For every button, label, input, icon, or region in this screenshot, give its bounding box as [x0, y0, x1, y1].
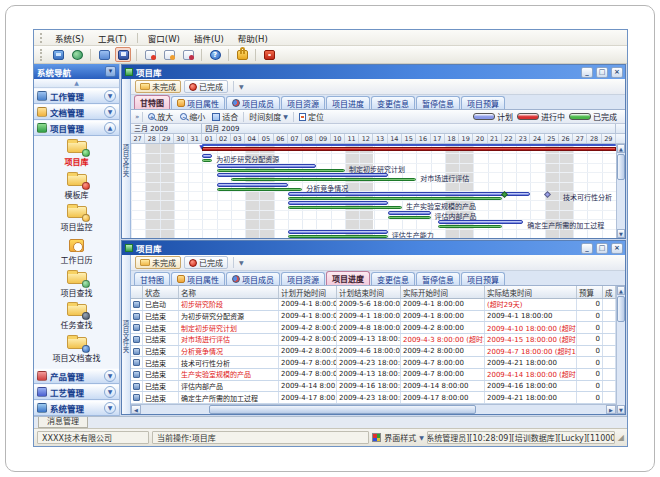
expand-arrow-icon[interactable]: ▼: [104, 386, 116, 398]
plan-bar[interactable]: [438, 220, 524, 224]
exit-button[interactable]: [261, 47, 277, 62]
sidebar-scroll-up[interactable]: ▲: [34, 79, 119, 88]
help-button[interactable]: ?: [207, 47, 223, 62]
gantt-tab-5[interactable]: 变更信息: [371, 96, 415, 109]
scroll-down-icon[interactable]: ▼: [617, 229, 625, 238]
message-manager-tab[interactable]: 消息管理: [38, 417, 88, 428]
network-button[interactable]: [69, 47, 85, 62]
table-row[interactable]: 已结束技术可行性分析2009-4-7 8:00:002009-4-23 18:0…: [131, 357, 616, 369]
plan-bar[interactable]: [202, 154, 212, 158]
collapse-arrow-icon[interactable]: ▲: [104, 122, 116, 134]
menu-item-0[interactable]: 系统(S): [48, 31, 91, 45]
table-tab-0[interactable]: 甘特图: [134, 272, 170, 285]
plan-bar[interactable]: [288, 230, 388, 234]
done-bar[interactable]: [288, 235, 388, 238]
toolbar-overflow-icon[interactable]: »: [135, 113, 139, 121]
scrollbar-thumb[interactable]: [617, 154, 625, 180]
restore-button[interactable]: □: [596, 67, 608, 78]
menu-item-3[interactable]: 插件(U): [187, 31, 231, 45]
plan-bar[interactable]: [288, 201, 388, 205]
table-row[interactable]: 已结束评估内部产品2009-4-14 8:00:002009-4-16 18:0…: [131, 381, 616, 393]
scroll-down-icon[interactable]: ▼: [617, 405, 625, 414]
table-tab-5[interactable]: 变更信息: [371, 272, 415, 285]
column-header-6[interactable]: 实际结束时间: [485, 286, 577, 298]
table-tab-2[interactable]: 项目成员: [226, 272, 280, 285]
gantt-tab-6[interactable]: 暂停信息: [416, 96, 460, 109]
sidebar-item-1[interactable]: 模板库: [34, 174, 119, 200]
folder-side-tab[interactable]: 项目文件夹: [122, 255, 131, 414]
overflow-chevron-icon[interactable]: ▼: [239, 83, 244, 90]
plan-bar[interactable]: [217, 183, 288, 187]
save-button[interactable]: [115, 47, 131, 62]
close-button[interactable]: ×: [611, 243, 623, 254]
sidebar-item-6[interactable]: 项目文档查找: [34, 337, 119, 363]
summary-plan-bar[interactable]: [202, 144, 616, 146]
plan-bar[interactable]: [388, 211, 431, 215]
menu-item-2[interactable]: 窗口(W): [141, 31, 187, 45]
table-row[interactable]: 已结束分析竞争情况2009-4-2 8:00:002009-4-6 18:00:…: [131, 346, 616, 358]
open-folder-button[interactable]: [96, 47, 112, 62]
gantt-filter-finished[interactable]: 已完成: [184, 80, 228, 93]
table-filter-unfinished[interactable]: 未完成: [135, 256, 181, 269]
doc-edit-button[interactable]: [161, 47, 177, 62]
minimize-button[interactable]: _: [581, 67, 593, 78]
sidebar-group-project[interactable]: 项目管理 ▲: [34, 120, 119, 136]
scrollbar-thumb[interactable]: [209, 405, 476, 414]
expand-arrow-icon[interactable]: ▼: [104, 370, 116, 382]
ui-style-dropdown[interactable]: 界面样式 ▼: [372, 432, 424, 443]
table-row[interactable]: 已启动初步研究阶段2009-4-1 8:00:002009-5-6 18:00:…: [131, 299, 616, 311]
sidebar-group-system[interactable]: 系统管理▼: [34, 400, 119, 416]
zoom-out-button[interactable]: -缩小: [178, 111, 207, 122]
table-row[interactable]: 已结束对市场进行评估2009-4-2 8:00:002009-4-13 18:0…: [131, 334, 616, 346]
table-horizontal-scrollbar[interactable]: ◀ ▶: [131, 404, 616, 414]
summary-progress-bar[interactable]: [202, 147, 616, 151]
close-button[interactable]: ×: [611, 67, 623, 78]
table-vertical-scrollbar[interactable]: ▲ ▼: [616, 286, 625, 414]
system-button[interactable]: [50, 47, 66, 62]
sidebar-item-0[interactable]: 项目库: [34, 141, 119, 167]
gantt-window-titlebar[interactable]: 项目库 _ □ ×: [122, 65, 625, 79]
column-header-4[interactable]: 计划结束时间: [337, 286, 401, 298]
gantt-tab-4[interactable]: 项目进度: [326, 96, 370, 109]
sidebar-item-4[interactable]: 项目查找: [34, 272, 119, 298]
column-header-5[interactable]: 实际开始时间: [401, 286, 485, 298]
locate-button[interactable]: 定位: [297, 111, 326, 122]
table-filter-finished[interactable]: 已完成: [184, 256, 228, 269]
scrollbar-thumb[interactable]: [617, 296, 625, 322]
plan-bar[interactable]: [217, 173, 388, 177]
column-header-7[interactable]: 预算: [577, 286, 603, 298]
gantt-tab-2[interactable]: 项目成员: [226, 96, 280, 109]
menu-item-4[interactable]: 帮助(H): [231, 31, 275, 45]
sidebar-menu-button[interactable]: ▾: [105, 66, 116, 77]
column-header-1[interactable]: 状态: [143, 286, 179, 298]
table-tab-3[interactable]: 项目资源: [281, 272, 325, 285]
column-header-2[interactable]: 名称: [179, 286, 279, 298]
scroll-up-icon[interactable]: ▲: [617, 144, 625, 153]
table-row[interactable]: 已结束确定生产所需的加工过程2009-4-17 8:00:002009-4-23…: [131, 392, 616, 404]
sidebar-group-product[interactable]: 产品管理▼: [34, 368, 119, 384]
overflow-chevron-icon[interactable]: ▼: [239, 259, 244, 266]
sidebar-group-process[interactable]: 工艺管理▼: [34, 384, 119, 400]
column-header-8[interactable]: 成: [603, 286, 616, 298]
table-tab-4[interactable]: 项目进度: [326, 271, 370, 285]
gantt-tab-3[interactable]: 项目资源: [281, 96, 325, 109]
gantt-vertical-scrollbar[interactable]: ▲ ▼: [616, 144, 625, 238]
gantt-tab-0[interactable]: 甘特图: [134, 95, 170, 109]
table-window-titlebar[interactable]: 项目库 _ □ ×: [122, 241, 625, 255]
column-header-3[interactable]: 计划开始时间: [279, 286, 337, 298]
resize-grip[interactable]: ◢: [618, 433, 624, 442]
expand-arrow-icon[interactable]: ▼: [104, 106, 116, 118]
folder-side-tab[interactable]: 项目文件夹: [122, 79, 131, 238]
minimize-button[interactable]: _: [581, 243, 593, 254]
doc-new-button[interactable]: [142, 47, 158, 62]
restore-button[interactable]: □: [596, 243, 608, 254]
scroll-up-icon[interactable]: ▲: [617, 286, 625, 295]
gantt-tab-7[interactable]: 项目预算: [461, 96, 505, 109]
sidebar-item-5[interactable]: 任务查找: [34, 304, 119, 330]
table-tab-7[interactable]: 项目预算: [461, 272, 505, 285]
table-row[interactable]: 已结束生产实验室规模的产品2009-4-7 8:00:002009-4-13 1…: [131, 369, 616, 381]
plan-bar[interactable]: [217, 164, 317, 168]
menu-item-1[interactable]: 工具(T): [91, 31, 134, 45]
table-tab-6[interactable]: 暂停信息: [416, 272, 460, 285]
scroll-left-icon[interactable]: ◀: [131, 405, 141, 414]
